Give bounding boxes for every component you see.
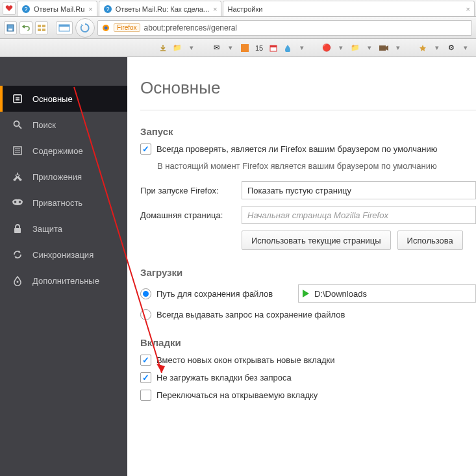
general-icon [12,93,23,105]
lock-icon [12,223,23,234]
svg-point-30 [17,281,19,283]
input-placeholder: Начальная страница Mozilla Firefox [247,210,388,220]
apps-icon [12,171,23,182]
save-button[interactable] [4,21,17,34]
chevron-down-icon[interactable]: ▾ [297,43,307,53]
tab-button[interactable] [56,21,73,34]
folder-icon[interactable]: 📁 [172,43,182,53]
mail-icon[interactable]: ✉ [211,43,221,53]
chevron-down-icon[interactable]: ▾ [460,43,471,53]
close-icon[interactable]: × [213,5,217,13]
browser-tab[interactable]: ? Ответы Mail.Ru × [17,1,97,16]
use-bookmark-button[interactable]: Использова [397,231,463,250]
sidebar-item-general[interactable]: Основные [0,86,127,112]
chevron-down-icon[interactable]: ▾ [364,43,375,53]
preferences-sidebar: Основные Поиск Содержимое Приложения При… [0,57,127,476]
orange-square-icon[interactable] [240,43,250,53]
section-heading: Вкладки [140,337,476,348]
svg-rect-5 [8,29,12,31]
camera-icon[interactable] [379,43,389,53]
preferences-main: Основные Запуск Всегда проверять, являет… [127,57,476,476]
drop-icon[interactable] [282,43,293,53]
browser-tabstrip: ? Ответы Mail.Ru × ? Ответы Mail.Ru: Как… [0,0,476,17]
svg-rect-8 [38,29,41,31]
svg-text:?: ? [106,6,109,12]
svg-rect-14 [241,44,249,52]
preferences-content: Основные Поиск Содержимое Приложения При… [0,57,476,476]
sidebar-item-label: Основные [32,94,73,104]
homepage-input[interactable]: Начальная страница Mozilla Firefox [242,206,476,224]
gear-icon[interactable]: ⚙ [446,43,457,53]
svg-rect-29 [14,228,21,233]
chevron-down-icon[interactable]: ▾ [336,43,346,53]
svg-rect-18 [14,95,21,103]
svg-point-28 [19,201,21,203]
download-path-value: D:\Downloads [314,289,367,299]
calendar-icon[interactable] [268,43,279,53]
reload-button[interactable] [75,18,95,38]
close-icon[interactable]: × [466,5,470,13]
button-label: Использова [407,236,453,245]
svg-rect-20 [16,99,19,101]
radio-save-to-path[interactable] [140,288,151,299]
checkbox-open-new-tabs[interactable] [140,355,151,366]
bookmark-bar: 📁 ▾ ✉ ▾ 15 ▾ 🔴 ▾ 📁 ▾ ▾ ▾ ⚙ ▾ [0,39,476,57]
sidebar-item-security[interactable]: Защита [0,216,127,242]
chevron-down-icon[interactable]: ▾ [432,43,442,53]
red-dot-icon[interactable]: 🔴 [321,43,332,53]
sidebar-item-advanced[interactable]: Дополнительные [0,268,127,294]
tab-label: Настройки [227,5,262,13]
radio-always-ask[interactable] [140,309,151,320]
sidebar-item-label: Защита [32,224,62,234]
sidebar-item-content[interactable]: Содержимое [0,138,127,164]
browser-tab-active[interactable]: Настройки × [223,1,475,16]
window-icon [58,24,70,32]
gallery-button[interactable] [35,21,48,34]
sidebar-item-label: Дополнительные [32,276,99,286]
address-url: about:preferences#general [144,23,468,32]
page-title: Основные [140,78,476,98]
section-downloads: Загрузки Путь для сохранения файлов D:\D… [140,267,476,320]
mail-ru-icon: ? [21,5,31,14]
undo-icon [22,25,30,31]
section-tabs: Вкладки Вместо новых окон открывать новы… [140,337,476,401]
close-icon[interactable]: × [88,5,92,13]
window-favicon [3,2,16,15]
sidebar-item-label: Содержимое [32,146,83,156]
field-label: При запуске Firefox: [140,186,236,195]
use-current-pages-button[interactable]: Использовать текущие страницы [242,231,391,250]
sidebar-item-label: Поиск [32,120,56,130]
chevron-down-icon[interactable]: ▾ [225,43,236,53]
checkbox-label: Переключаться на открываемую вкладку [157,390,318,400]
folder-icon[interactable]: 📁 [350,43,360,53]
sidebar-item-label: Синхронизация [32,250,94,260]
checkbox-label: Не загружать вкладки без запроса [157,373,292,382]
checkbox-default-browser[interactable] [140,144,151,155]
sidebar-item-label: Приложения [32,172,82,182]
radio-label: Путь для сохранения файлов [157,289,293,299]
default-browser-status: В настоящий момент Firefox является ваши… [157,161,476,171]
browser-tab[interactable]: ? Ответы Mail.Ru: Как сдела... × [99,1,222,16]
chevron-down-icon[interactable]: ▾ [186,43,197,53]
sidebar-item-search[interactable]: Поиск [0,112,127,138]
address-bar[interactable]: Firefox about:preferences#general [97,20,472,36]
svg-rect-7 [42,25,45,27]
svg-rect-19 [16,97,19,99]
section-heading: Загрузки [140,267,476,278]
sidebar-item-privacy[interactable]: Приватность [0,190,127,216]
button-label: Использовать текущие страницы [251,236,381,245]
checkbox-dont-load[interactable] [140,372,151,383]
download-icon[interactable] [158,43,168,53]
checkbox-switch-to[interactable] [140,390,151,401]
firefox-icon [102,24,110,32]
sidebar-item-applications[interactable]: Приложения [0,164,127,190]
download-path-field[interactable]: D:\Downloads [298,284,476,303]
tab-label: Ответы Mail.Ru: Как сдела... [116,5,209,13]
startup-action-select[interactable]: Показать пустую страницу [242,181,476,199]
chevron-down-icon[interactable]: ▾ [393,43,403,53]
undo-button[interactable] [19,21,32,34]
star-icon[interactable] [418,43,428,53]
svg-rect-16 [270,45,277,47]
tiles-icon [38,25,45,31]
sidebar-item-sync[interactable]: Синхронизация [0,242,127,268]
